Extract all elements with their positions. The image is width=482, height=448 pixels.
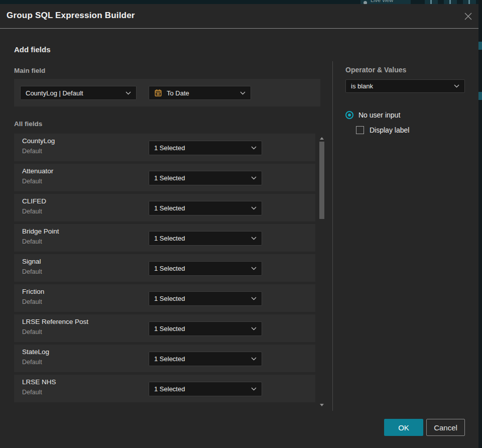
selected-count-select[interactable]: 1 Selected xyxy=(149,261,262,276)
chevron-down-icon xyxy=(251,237,257,240)
app-edge-accent xyxy=(478,92,482,100)
field-row: Attenuator Default 1 Selected xyxy=(14,164,315,191)
field-name: Signal xyxy=(22,258,41,265)
selected-count-value: 1 Selected xyxy=(154,355,247,363)
field-type-select[interactable]: To Date xyxy=(149,86,251,100)
toolbar-fragment xyxy=(444,0,457,4)
all-fields-label: All fields xyxy=(14,120,42,128)
selected-count-value: 1 Selected xyxy=(154,174,247,182)
checkbox-icon xyxy=(356,126,364,134)
radio-label: No user input xyxy=(358,111,400,119)
field-subtitle: Default xyxy=(22,268,42,275)
scrollbar-down-arrow-icon[interactable] xyxy=(320,404,324,406)
toolbar-fragment xyxy=(425,0,438,4)
close-button[interactable] xyxy=(459,7,476,25)
dialog-title: Group SQL Expression Builder xyxy=(7,11,135,21)
chevron-down-icon xyxy=(251,327,257,330)
selected-count-select[interactable]: 1 Selected xyxy=(149,231,262,246)
main-field-panel: CountyLog | Default To Date xyxy=(14,79,320,106)
field-row: Bridge Point Default 1 Selected xyxy=(14,224,315,252)
selected-count-select[interactable]: 1 Selected xyxy=(149,141,262,155)
cancel-button[interactable]: Cancel xyxy=(426,419,465,436)
radio-icon xyxy=(345,111,353,119)
field-row: Signal Default 1 Selected xyxy=(14,254,315,282)
chevron-down-icon xyxy=(251,146,257,150)
selected-count-select[interactable]: 1 Selected xyxy=(149,382,262,396)
selected-count-select[interactable]: 1 Selected xyxy=(149,171,262,185)
no-user-input-radio[interactable]: No user input xyxy=(345,110,400,120)
field-subtitle: Default xyxy=(22,208,42,215)
app-top-strip: Live view xyxy=(0,0,482,4)
checkbox-label: Display label xyxy=(370,126,409,134)
field-name: Bridge Point xyxy=(22,228,59,235)
field-subtitle: Default xyxy=(22,359,42,366)
field-name: LRSE Reference Post xyxy=(22,318,88,325)
chevron-down-icon xyxy=(251,357,257,361)
display-label-checkbox[interactable]: Display label xyxy=(356,126,409,135)
chevron-down-icon xyxy=(126,91,131,95)
operator-select-value: is blank xyxy=(351,82,450,90)
scrollbar-up-arrow-icon[interactable] xyxy=(320,137,324,140)
ok-button[interactable]: OK xyxy=(384,419,423,436)
scrollbar-thumb[interactable] xyxy=(319,142,324,219)
selected-count-select[interactable]: 1 Selected xyxy=(149,321,262,336)
toolbar-fragment xyxy=(463,0,476,4)
field-row: StateLog Default 1 Selected xyxy=(14,345,315,372)
chevron-down-icon xyxy=(251,206,257,210)
main-field-select-value: CountyLog | Default xyxy=(26,89,122,97)
chevron-down-icon xyxy=(251,387,257,391)
main-field-label: Main field xyxy=(14,67,45,74)
field-name: Friction xyxy=(22,288,44,295)
chevron-down-icon xyxy=(251,297,257,300)
chevron-down-icon xyxy=(454,84,459,88)
field-name: StateLog xyxy=(22,348,49,356)
selected-count-select[interactable]: 1 Selected xyxy=(149,291,262,306)
operator-values-label: Operator & Values xyxy=(345,66,406,74)
field-subtitle: Default xyxy=(22,238,42,245)
selected-count-value: 1 Selected xyxy=(154,385,247,393)
field-row: LRSE Reference Post Default 1 Selected xyxy=(14,314,315,342)
field-subtitle: Default xyxy=(22,178,42,185)
chevron-down-icon xyxy=(251,176,257,180)
field-row: LRSE NHS Default 1 Selected xyxy=(14,375,315,402)
operator-select[interactable]: is blank xyxy=(345,79,465,93)
selected-count-value: 1 Selected xyxy=(154,235,247,242)
selected-count-value: 1 Selected xyxy=(154,295,247,302)
field-name: CountyLog xyxy=(22,137,55,145)
app-edge-accent xyxy=(478,42,482,50)
calendar-icon xyxy=(154,89,162,97)
main-field-select[interactable]: CountyLog | Default xyxy=(20,86,137,100)
selected-count-value: 1 Selected xyxy=(154,144,247,152)
selected-count-value: 1 Selected xyxy=(154,265,247,272)
field-row: CLIFED Default 1 Selected xyxy=(14,194,315,221)
selected-count-value: 1 Selected xyxy=(154,204,247,212)
app-edge-strip xyxy=(478,0,482,448)
dialog-title-bar: Group SQL Expression Builder xyxy=(0,4,478,29)
field-type-select-value: To Date xyxy=(167,89,236,97)
field-subtitle: Default xyxy=(22,148,42,155)
live-view-label: Live view xyxy=(371,0,393,3)
live-view-indicator[interactable]: Live view xyxy=(360,0,411,4)
field-row: CountyLog Default 1 Selected xyxy=(14,134,315,161)
selected-count-value: 1 Selected xyxy=(154,325,247,332)
selected-count-select[interactable]: 1 Selected xyxy=(149,352,262,366)
group-sql-expression-builder-dialog: Group SQL Expression Builder Add fields … xyxy=(0,4,478,448)
chevron-down-icon xyxy=(240,91,246,95)
chevron-down-icon xyxy=(251,267,257,270)
field-name: LRSE NHS xyxy=(22,378,56,386)
list-scrollbar[interactable] xyxy=(318,135,326,409)
field-subtitle: Default xyxy=(22,389,42,396)
pane-divider xyxy=(332,61,333,411)
field-name: CLIFED xyxy=(22,197,46,205)
add-fields-heading: Add fields xyxy=(14,45,51,54)
field-subtitle: Default xyxy=(22,328,42,335)
close-icon xyxy=(464,12,472,21)
field-name: Attenuator xyxy=(22,167,53,175)
selected-count-select[interactable]: 1 Selected xyxy=(149,201,262,215)
field-subtitle: Default xyxy=(22,298,42,305)
field-row: Friction Default 1 Selected xyxy=(14,284,315,312)
